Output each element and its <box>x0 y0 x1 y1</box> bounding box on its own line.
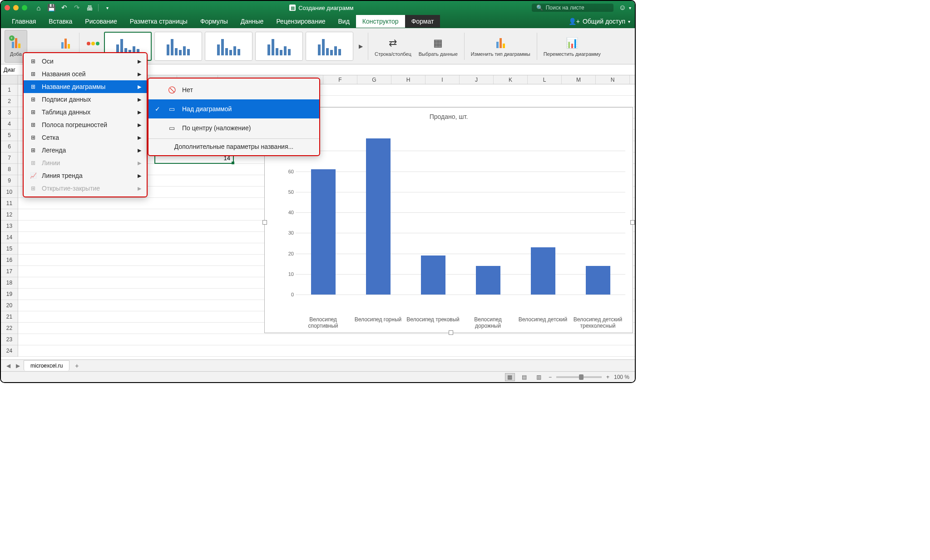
feedback-icon[interactable]: ☺ <box>619 4 626 12</box>
chart-style-3[interactable] <box>205 32 252 61</box>
menu-item-gridlines[interactable]: ⊞Сетка▶ <box>24 131 147 144</box>
bar[interactable] <box>531 247 555 295</box>
submenu-item-more-options[interactable]: Дополнительные параметры названия... <box>148 140 319 153</box>
select-data-button[interactable]: ▦ Выбрать данные <box>415 30 461 63</box>
zoom-slider[interactable] <box>556 376 602 378</box>
close-icon[interactable] <box>5 5 10 10</box>
resize-handle[interactable] <box>449 330 453 335</box>
tab-draw[interactable]: Рисование <box>79 15 124 28</box>
submenu-item-above[interactable]: ✓▭Над диаграммой <box>148 99 319 118</box>
row-header[interactable]: 19 <box>1 289 18 300</box>
row-header[interactable]: 14 <box>1 232 18 243</box>
select-all-corner[interactable] <box>1 75 18 84</box>
sheet-nav-next[interactable]: ▶ <box>14 363 22 369</box>
view-page-break-icon[interactable]: ▥ <box>534 373 544 381</box>
zoom-level[interactable]: 100 % <box>614 374 629 380</box>
tab-review[interactable]: Рецензирование <box>270 15 331 28</box>
col-header[interactable]: L <box>528 75 562 84</box>
menu-item-axes[interactable]: ⊞Оси▶ <box>24 55 147 68</box>
menu-item-error-bars[interactable]: ⊞Полоса погрешностей▶ <box>24 118 147 131</box>
tab-data[interactable]: Данные <box>234 15 270 28</box>
row-header[interactable]: 15 <box>1 243 18 255</box>
tab-home[interactable]: Главная <box>5 15 42 28</box>
col-header[interactable]: G <box>357 75 391 84</box>
row-header[interactable]: 21 <box>1 311 18 323</box>
chart-style-4[interactable] <box>255 32 303 61</box>
menu-item-chart-title[interactable]: ⊞Название диаграммы▶ <box>24 80 147 93</box>
col-header[interactable]: J <box>460 75 494 84</box>
resize-handle[interactable] <box>630 220 635 225</box>
col-header[interactable]: M <box>562 75 596 84</box>
bar[interactable] <box>476 266 500 295</box>
bar[interactable] <box>311 169 336 295</box>
sheet-nav-prev[interactable]: ◀ <box>5 363 12 369</box>
undo-icon[interactable]: ↶ <box>60 4 68 12</box>
zoom-out-button[interactable]: − <box>549 374 552 380</box>
row-header[interactable]: 17 <box>1 266 18 277</box>
view-page-layout-icon[interactable]: ▤ <box>519 373 529 381</box>
bar[interactable] <box>421 255 445 295</box>
menu-item-data-table[interactable]: ⊞Таблица данных▶ <box>24 106 147 118</box>
col-header[interactable]: N <box>596 75 630 84</box>
sheet-tab[interactable]: microexcel.ru <box>24 360 69 371</box>
bar[interactable] <box>586 266 610 295</box>
feedback-dropdown-icon[interactable]: ▾ <box>629 5 631 10</box>
submenu-item-none[interactable]: 🚫Нет <box>148 80 319 99</box>
bar[interactable] <box>366 138 391 295</box>
plot-area[interactable]: 010203040506070 <box>283 130 625 295</box>
tab-formulas[interactable]: Формулы <box>194 15 234 28</box>
row-header[interactable]: 16 <box>1 255 18 266</box>
col-header[interactable]: I <box>425 75 460 84</box>
menu-item-data-labels[interactable]: ⊞Подписи данных▶ <box>24 93 147 106</box>
chart-style-5[interactable] <box>306 32 353 61</box>
redo-icon[interactable]: ↷ <box>73 4 81 12</box>
row-header[interactable]: 11 <box>1 198 18 209</box>
home-icon[interactable]: ⌂ <box>35 4 43 12</box>
col-header[interactable]: K <box>494 75 528 84</box>
qat-dropdown-icon[interactable]: ▾ <box>103 4 111 12</box>
row-header[interactable]: 18 <box>1 277 18 289</box>
chart-style-2[interactable] <box>154 32 202 61</box>
row-header[interactable]: 9 <box>1 175 18 187</box>
row-header[interactable]: 7 <box>1 152 18 164</box>
move-chart-button[interactable]: 📊 Переместить диаграмму <box>540 30 604 63</box>
print-icon[interactable]: 🖶 <box>85 4 94 12</box>
maximize-icon[interactable] <box>22 5 27 10</box>
save-icon[interactable]: 💾 <box>47 4 55 12</box>
row-header[interactable]: 2 <box>1 96 18 107</box>
menu-item-axis-titles[interactable]: ⊞Названия осей▶ <box>24 68 147 80</box>
row-header[interactable]: 22 <box>1 323 18 334</box>
row-header[interactable]: 13 <box>1 221 18 232</box>
row-header[interactable]: 5 <box>1 130 18 141</box>
switch-row-column-button[interactable]: ⇄ Строка/столбец <box>371 30 415 63</box>
tab-layout[interactable]: Разметка страницы <box>124 15 194 28</box>
zoom-in-button[interactable]: + <box>606 374 609 380</box>
row-header[interactable]: 24 <box>1 345 18 357</box>
fill-handle[interactable] <box>232 162 234 164</box>
row-header[interactable]: 1 <box>1 84 18 96</box>
col-header[interactable]: H <box>391 75 425 84</box>
menu-item-trendline[interactable]: 📈Линия тренда▶ <box>24 169 147 182</box>
search-input[interactable]: 🔍 Поиск на листе <box>532 4 613 12</box>
menu-item-legend[interactable]: ⊞Легенда▶ <box>24 144 147 157</box>
add-sheet-button[interactable]: + <box>71 362 82 369</box>
row-header[interactable]: 8 <box>1 164 18 175</box>
tab-design[interactable]: Конструктор <box>356 15 405 28</box>
resize-handle[interactable] <box>262 220 267 225</box>
tab-format[interactable]: Формат <box>405 15 440 28</box>
col-header[interactable]: F <box>323 75 357 84</box>
share-button[interactable]: 👤+ Общий доступ ▾ <box>569 18 630 25</box>
row-header[interactable]: 10 <box>1 187 18 198</box>
row-header[interactable]: 20 <box>1 300 18 311</box>
row-header[interactable]: 12 <box>1 209 18 221</box>
row-header[interactable]: 6 <box>1 141 18 152</box>
tab-view[interactable]: Вид <box>332 15 356 28</box>
view-normal-icon[interactable]: ▦ <box>505 373 515 381</box>
row-header[interactable]: 3 <box>1 107 18 118</box>
change-chart-type-button[interactable]: Изменить тип диаграммы <box>467 30 534 63</box>
tab-insert[interactable]: Вставка <box>42 15 79 28</box>
submenu-item-centered[interactable]: ▭По центру (наложение) <box>148 118 319 138</box>
styles-scroll-right[interactable]: ▶ <box>356 32 365 61</box>
row-header[interactable]: 4 <box>1 118 18 130</box>
row-header[interactable]: 23 <box>1 334 18 345</box>
